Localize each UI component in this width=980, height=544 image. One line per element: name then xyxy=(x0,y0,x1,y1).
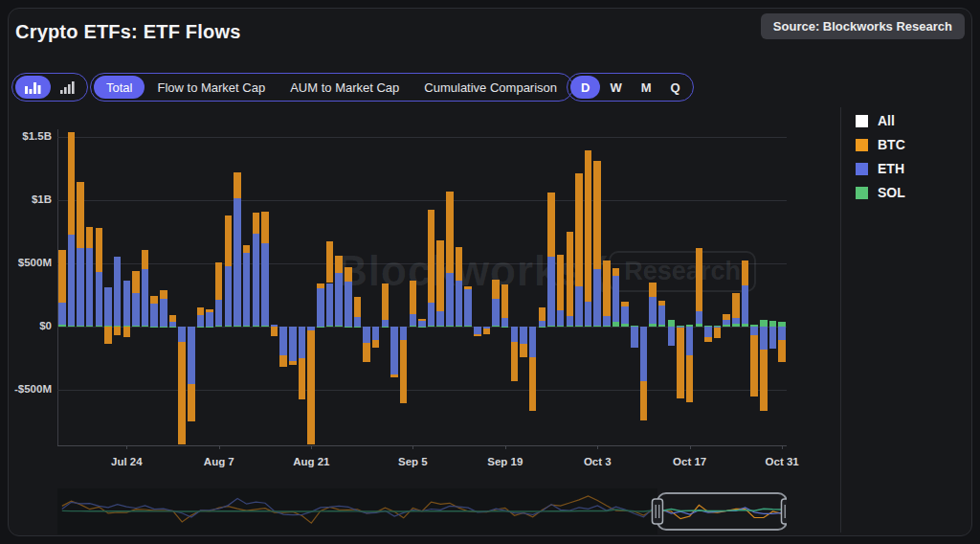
bar-segment-btc[interactable] xyxy=(58,250,66,303)
bar-segment-btc[interactable] xyxy=(261,212,269,242)
bar-segment-eth[interactable] xyxy=(86,248,94,326)
bar-segment-sol[interactable] xyxy=(132,326,140,327)
bar-segment-sol[interactable] xyxy=(225,326,233,327)
bar-segment-btc[interactable] xyxy=(456,247,463,282)
bar-segment-btc[interactable] xyxy=(243,245,251,254)
bar-segment-eth[interactable] xyxy=(649,297,657,324)
bar-segment-eth[interactable] xyxy=(400,327,408,340)
bar-segment-sol[interactable] xyxy=(557,326,565,327)
bar-segment-btc[interactable] xyxy=(77,182,84,248)
bar-segment-eth[interactable] xyxy=(640,327,648,381)
bar-segment-eth[interactable] xyxy=(585,302,592,326)
bar-segment-eth[interactable] xyxy=(520,327,527,344)
bar-segment-sol[interactable] xyxy=(335,326,343,327)
bar-segment-btc[interactable] xyxy=(677,328,684,399)
bar-segment-btc[interactable] xyxy=(382,283,390,320)
bar-segment-eth[interactable] xyxy=(206,312,213,327)
bar-segment-btc[interactable] xyxy=(501,284,509,318)
bar-segment-sol[interactable] xyxy=(612,322,620,327)
bar-segment-sol[interactable] xyxy=(649,324,657,327)
bar-segment-eth[interactable] xyxy=(567,316,574,326)
bar-segment-sol[interactable] xyxy=(732,324,740,327)
bar-segment-btc[interactable] xyxy=(428,210,435,302)
bar-segment-btc[interactable] xyxy=(410,281,417,313)
bar-segment-eth[interactable] xyxy=(456,281,463,326)
bar-segment-eth[interactable] xyxy=(68,235,76,326)
legend-item-eth[interactable]: ETH xyxy=(856,161,905,176)
bar-segment-sol[interactable] xyxy=(603,326,611,327)
bar-segment-eth[interactable] xyxy=(464,289,472,326)
bar-segment-eth[interactable] xyxy=(501,318,509,327)
bar-segment-eth[interactable] xyxy=(104,287,112,326)
bar-segment-btc[interactable] xyxy=(354,297,362,318)
bar-segment-btc[interactable] xyxy=(234,172,241,198)
bar-segment-btc[interactable] xyxy=(86,227,94,248)
bar-segment-btc[interactable] xyxy=(539,307,546,322)
bar-segment-sol[interactable] xyxy=(668,320,676,327)
view-tab-total[interactable]: Total xyxy=(94,76,145,99)
bar-segment-eth[interactable] xyxy=(778,327,786,340)
bar-segment-eth[interactable] xyxy=(188,327,195,384)
bar-segment-sol[interactable] xyxy=(539,327,546,328)
bar-segment-sol[interactable] xyxy=(567,326,574,327)
bar-segment-eth[interactable] xyxy=(142,269,149,326)
bar-segment-eth[interactable] xyxy=(114,257,122,326)
bar-segment-btc[interactable] xyxy=(778,340,786,362)
bar-segment-sol[interactable] xyxy=(206,327,213,328)
bar-segment-eth[interactable] xyxy=(593,269,601,326)
view-tab-aum-to-market-cap[interactable]: AUM to Market Cap xyxy=(278,80,412,95)
bar-segment-btc[interactable] xyxy=(686,355,694,402)
bar-segment-eth[interactable] xyxy=(575,286,583,325)
bar-segment-eth[interactable] xyxy=(446,273,454,326)
bar-segment-btc[interactable] xyxy=(649,283,657,297)
bar-segment-btc[interactable] xyxy=(520,344,527,358)
bar-segment-sol[interactable] xyxy=(150,327,158,328)
bar-segment-sol[interactable] xyxy=(326,326,334,327)
bar-segment-btc[interactable] xyxy=(169,315,177,322)
bar-segment-eth[interactable] xyxy=(390,327,398,374)
bar-segment-eth[interactable] xyxy=(160,299,167,326)
bar-segment-btc[interactable] xyxy=(696,248,703,311)
bar-segment-eth[interactable] xyxy=(289,327,297,361)
bar-segment-btc[interactable] xyxy=(215,262,223,299)
bar-segment-eth[interactable] xyxy=(769,327,777,349)
bar-segment-btc[interactable] xyxy=(345,267,352,282)
bar-segment-eth[interactable] xyxy=(631,327,638,348)
bar-segment-btc[interactable] xyxy=(150,296,158,304)
bar-segment-eth[interactable] xyxy=(732,318,740,324)
navigator-handle-right[interactable] xyxy=(782,499,788,524)
bar-segment-btc[interactable] xyxy=(593,161,601,269)
bar-segment-btc[interactable] xyxy=(418,319,426,322)
bar-segment-btc[interactable] xyxy=(188,384,195,421)
bar-segment-sol[interactable] xyxy=(160,327,167,328)
grouped-bar-chart-toggle[interactable] xyxy=(51,76,84,99)
bar-segment-eth[interactable] xyxy=(132,293,140,326)
bar-segment-btc[interactable] xyxy=(511,342,519,382)
bar-segment-btc[interactable] xyxy=(335,256,343,273)
bar-segment-btc[interactable] xyxy=(658,301,666,306)
bar-segment-eth[interactable] xyxy=(410,314,417,327)
bar-segment-sol[interactable] xyxy=(418,327,426,328)
bar-segment-eth[interactable] xyxy=(326,283,334,327)
bar-segment-eth[interactable] xyxy=(354,317,362,326)
interval-button-m[interactable]: M xyxy=(632,80,661,95)
bar-segment-btc[interactable] xyxy=(142,250,149,269)
legend-item-all[interactable]: All xyxy=(856,113,905,128)
bar-segment-btc[interactable] xyxy=(474,334,481,337)
bar-segment-btc[interactable] xyxy=(464,286,472,289)
bar-segment-sol[interactable] xyxy=(261,326,269,327)
bar-segment-sol[interactable] xyxy=(593,326,601,327)
bar-segment-sol[interactable] xyxy=(345,327,352,328)
bar-segment-btc[interactable] xyxy=(742,261,749,285)
bar-segment-sol[interactable] xyxy=(317,327,324,328)
bar-segment-eth[interactable] xyxy=(96,272,103,326)
bar-segment-eth[interactable] xyxy=(299,327,306,358)
bar-segment-eth[interactable] xyxy=(77,248,84,326)
bar-segment-btc[interactable] xyxy=(585,150,592,301)
bar-segment-btc[interactable] xyxy=(68,132,76,235)
bar-segment-eth[interactable] xyxy=(363,327,370,343)
bar-segment-sol[interactable] xyxy=(197,327,205,328)
bar-segment-sol[interactable] xyxy=(760,320,768,327)
bar-segment-eth[interactable] xyxy=(243,253,251,326)
bar-segment-btc[interactable] xyxy=(603,261,611,316)
